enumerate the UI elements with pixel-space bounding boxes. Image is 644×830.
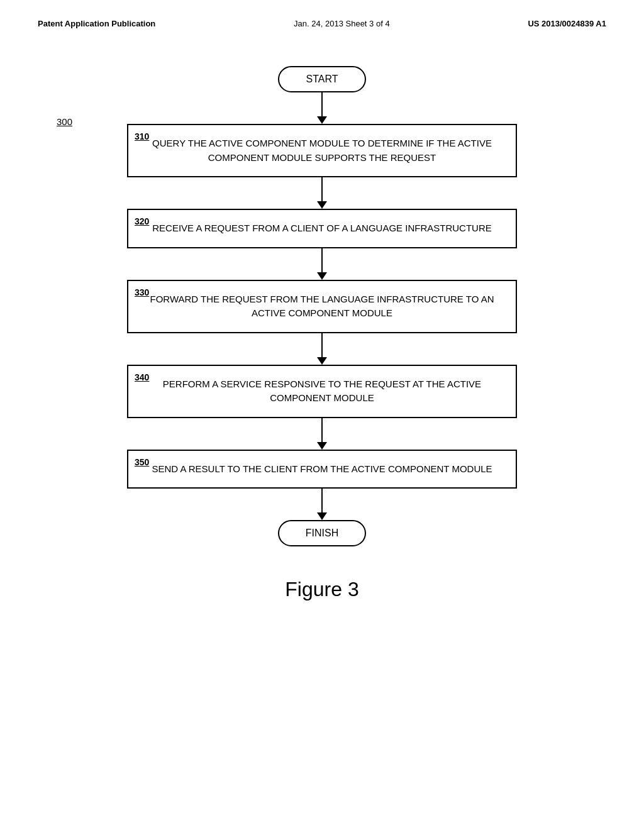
step-320-label: 320 xyxy=(135,216,149,226)
step-350-text: SEND A RESULT TO THE CLIENT FROM THE ACT… xyxy=(147,462,497,477)
start-label: START xyxy=(306,74,338,84)
content-area: 300 START 310 QUERY THE ACTIVE COMPONENT… xyxy=(38,66,606,601)
header-date-sheet: Jan. 24, 2013 Sheet 3 of 4 xyxy=(294,19,390,28)
step-350-label: 350 xyxy=(135,457,149,467)
arrow-5 xyxy=(317,418,327,450)
step-350-box: 350 SEND A RESULT TO THE CLIENT FROM THE… xyxy=(127,450,517,489)
page-header: Patent Application Publication Jan. 24, … xyxy=(38,19,606,41)
step-320-text: RECEIVE A REQUEST FROM A CLIENT OF A LAN… xyxy=(147,221,497,236)
arrow-head-1 xyxy=(317,116,327,124)
step-330-text: FORWARD THE REQUEST FROM THE LANGUAGE IN… xyxy=(147,292,497,321)
arrow-head-5 xyxy=(317,442,327,450)
step-310-label: 310 xyxy=(135,131,149,141)
arrow-line-6 xyxy=(321,489,323,512)
header-publication-label: Patent Application Publication xyxy=(38,19,155,28)
arrow-line-2 xyxy=(321,177,323,201)
finish-label: FINISH xyxy=(306,528,338,538)
arrow-line-1 xyxy=(321,92,323,116)
arrow-head-2 xyxy=(317,201,327,209)
figure-caption: Figure 3 xyxy=(285,578,358,601)
arrow-4 xyxy=(317,333,327,365)
step-340-text: PERFORM A SERVICE RESPONSIVE TO THE REQU… xyxy=(147,377,497,406)
step-320-box: 320 RECEIVE A REQUEST FROM A CLIENT OF A… xyxy=(127,209,517,248)
step-330-box: 330 FORWARD THE REQUEST FROM THE LANGUAG… xyxy=(127,280,517,333)
arrow-head-3 xyxy=(317,272,327,280)
step-330-label: 330 xyxy=(135,287,149,297)
finish-terminal: FINISH xyxy=(278,520,366,546)
arrow-line-3 xyxy=(321,248,323,272)
start-terminal: START xyxy=(278,66,366,92)
step-340-label: 340 xyxy=(135,372,149,382)
step-340-box: 340 PERFORM A SERVICE RESPONSIVE TO THE … xyxy=(127,365,517,418)
arrow-head-6 xyxy=(317,512,327,520)
flowchart: START 310 QUERY THE ACTIVE COMPONENT MOD… xyxy=(96,66,548,546)
arrow-6 xyxy=(317,489,327,520)
arrow-line-5 xyxy=(321,418,323,442)
step-310-box: 310 QUERY THE ACTIVE COMPONENT MODULE TO… xyxy=(127,124,517,177)
arrow-line-4 xyxy=(321,333,323,357)
arrow-1 xyxy=(317,92,327,124)
header-patent-number: US 2013/0024839 A1 xyxy=(528,19,606,28)
diagram-label: 300 xyxy=(57,116,72,127)
page: Patent Application Publication Jan. 24, … xyxy=(0,0,644,830)
arrow-head-4 xyxy=(317,357,327,365)
arrow-3 xyxy=(317,248,327,280)
arrow-2 xyxy=(317,177,327,209)
step-310-text: QUERY THE ACTIVE COMPONENT MODULE TO DET… xyxy=(147,136,497,165)
